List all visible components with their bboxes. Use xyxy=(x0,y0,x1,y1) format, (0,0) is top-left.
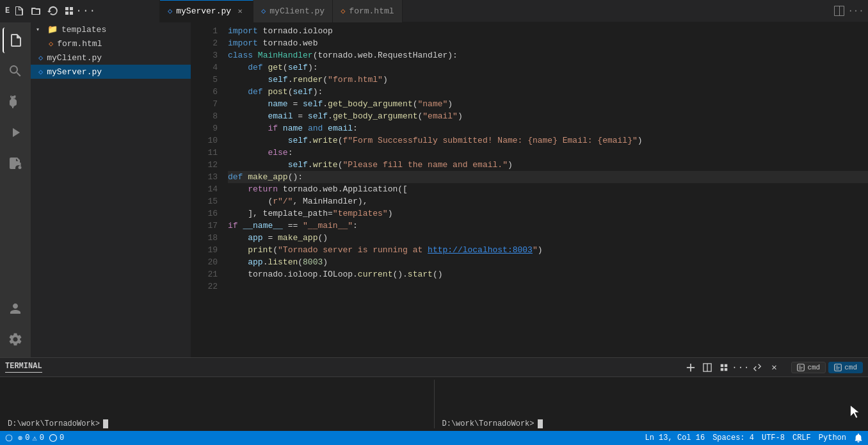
terminal-area: TERMINAL ··· ✕ xyxy=(0,357,868,431)
spaces-text: Spaces: 4 xyxy=(712,433,754,442)
code-container[interactable]: 12345678910111213141516171819202122 impo… xyxy=(191,22,868,357)
terminal-panel-2[interactable]: D:\work\TornadoWork> xyxy=(435,380,869,428)
close-icon[interactable]: ✕ xyxy=(235,6,245,17)
collapse-icon[interactable] xyxy=(62,4,76,18)
errors-count: 0 xyxy=(25,433,29,442)
new-file-icon[interactable] xyxy=(12,4,26,18)
py-file-icon: ◇ xyxy=(38,67,43,77)
terminal-close-icon[interactable]: ✕ xyxy=(767,360,781,375)
tree-item-label: myClient.py xyxy=(47,53,102,63)
activity-extensions[interactable] xyxy=(3,150,28,176)
py-file-icon: ◇ xyxy=(38,53,43,63)
svg-marker-2 xyxy=(851,405,860,418)
terminal-split-icon[interactable] xyxy=(700,360,714,375)
tab-myclient[interactable]: ◇ myClient.py xyxy=(253,0,333,22)
port-count: 0 xyxy=(60,433,64,442)
activity-run[interactable] xyxy=(3,120,28,145)
remote-indicator[interactable] xyxy=(5,434,13,442)
language-text: Python xyxy=(819,433,846,442)
terminal-prompt-2: D:\work\TornadoWork> xyxy=(442,419,534,428)
encoding-text: UTF-8 xyxy=(762,433,785,442)
status-bar: ⊗ 0 ⚠ 0 0 Ln 13, Col 16 Spaces: 4 UTF-8 … xyxy=(0,431,868,445)
encoding[interactable]: UTF-8 xyxy=(762,433,785,442)
tree-item-myclient[interactable]: ◇ myClient.py xyxy=(31,51,191,65)
terminal-prompt-1: D:\work\TornadoWork> xyxy=(8,419,100,428)
editor-area: 12345678910111213141516171819202122 impo… xyxy=(191,22,868,357)
cmd-pill-2-label: cmd xyxy=(844,364,857,371)
position-text: Ln 13, Col 16 xyxy=(645,433,705,442)
activity-source-control[interactable] xyxy=(3,89,28,115)
terminal-more-icon[interactable]: ··· xyxy=(734,360,748,375)
activity-bar xyxy=(0,22,31,357)
tree-item-label: templates xyxy=(61,25,106,35)
more-tabs-icon[interactable]: ··· xyxy=(849,4,863,18)
tree-item-label: myServer.py xyxy=(47,67,102,77)
tree-item-form-html[interactable]: ◇ form.html xyxy=(31,36,191,51)
terminal-panel-1[interactable]: D:\work\TornadoWork> xyxy=(0,380,435,428)
language-mode[interactable]: Python xyxy=(819,433,846,442)
terminal-content: D:\work\TornadoWork> D:\work\TornadoWork… xyxy=(0,377,868,431)
tab-form[interactable]: ◇ form.html xyxy=(333,0,402,22)
line-ending-text: CRLF xyxy=(792,433,811,442)
tree-item-myserver[interactable]: ◇ myServer.py xyxy=(31,65,191,79)
terminal-kill-icon[interactable] xyxy=(717,360,731,375)
more-actions-icon[interactable]: ··· xyxy=(79,4,93,18)
cursor-position[interactable]: Ln 13, Col 16 xyxy=(645,433,705,442)
tab-label: myClient.py xyxy=(269,6,325,16)
line-ending[interactable]: CRLF xyxy=(792,433,811,442)
line-numbers: 12345678910111213141516171819202122 xyxy=(191,25,223,357)
new-folder-icon[interactable] xyxy=(29,4,43,18)
mouse-cursor-indicator xyxy=(850,405,860,416)
refresh-icon[interactable] xyxy=(45,4,60,18)
tab-myserver[interactable]: ◇ myServer.py ✕ xyxy=(160,0,253,22)
terminal-label: TERMINAL xyxy=(5,362,42,373)
code-content[interactable]: import tornado.ioloopimport tornado.webc… xyxy=(223,25,868,357)
tab-label: myServer.py xyxy=(176,6,231,16)
terminal-cursor-1 xyxy=(103,419,108,428)
activity-explorer[interactable] xyxy=(3,28,28,53)
activity-search[interactable] xyxy=(3,58,28,84)
tab-html-icon: ◇ xyxy=(341,6,345,16)
tab-py-icon: ◇ xyxy=(168,6,172,16)
terminal-cursor-2 xyxy=(538,419,543,428)
tab-py-icon: ◇ xyxy=(261,6,266,16)
tab-label: form.html xyxy=(349,6,394,16)
activity-settings[interactable] xyxy=(3,327,28,352)
terminal-maximize-icon[interactable] xyxy=(750,360,764,375)
chevron-down-icon: ▾ xyxy=(36,26,44,33)
terminal-new-icon[interactable] xyxy=(684,360,698,375)
cmd-pill-1-label: cmd xyxy=(807,364,820,371)
file-tree: ▾ 📁 templates ◇ form.html ◇ myClient.py … xyxy=(31,22,191,357)
cmd-pill-1[interactable]: cmd xyxy=(791,362,826,373)
terminal-tabs: TERMINAL ··· ✕ xyxy=(0,358,868,377)
tree-item-label: form.html xyxy=(57,39,102,49)
explorer-label: E xyxy=(5,6,10,15)
html-file-icon: ◇ xyxy=(49,39,53,49)
tabs-bar: E ··· ◇ myServer.py ✕ ◇ myClie xyxy=(0,0,868,22)
errors-indicator[interactable]: ⊗ 0 ⚠ 0 xyxy=(18,433,44,443)
split-editor-icon[interactable] xyxy=(832,4,846,18)
notifications-bell[interactable] xyxy=(854,433,863,442)
tree-item-templates[interactable]: ▾ 📁 templates xyxy=(31,22,191,36)
indentation[interactable]: Spaces: 4 xyxy=(712,433,754,442)
warnings-count: 0 xyxy=(40,433,44,442)
activity-account[interactable] xyxy=(3,296,28,321)
sidebar: ▾ 📁 templates ◇ form.html ◇ myClient.py … xyxy=(31,22,191,357)
folder-icon: 📁 xyxy=(47,24,58,35)
cmd-pill-2[interactable]: cmd xyxy=(828,362,863,373)
port-indicator[interactable]: 0 xyxy=(49,433,64,442)
